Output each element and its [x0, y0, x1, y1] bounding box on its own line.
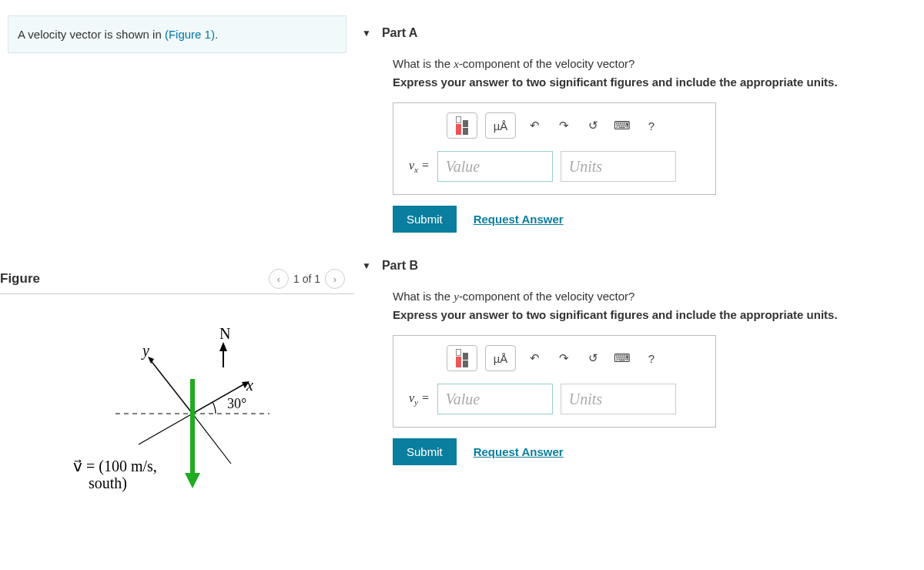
svg-marker-10: [185, 473, 200, 488]
request-answer-link[interactable]: Request Answer: [474, 445, 564, 458]
units-icon[interactable]: µÅ: [485, 345, 516, 371]
problem-text-pre: A velocity vector is shown in: [18, 28, 165, 41]
submit-button[interactable]: Submit: [393, 206, 457, 233]
caret-down-icon: ▼: [362, 260, 371, 271]
units-input[interactable]: Units: [561, 384, 676, 414]
help-icon[interactable]: ?: [641, 112, 662, 139]
template-icon[interactable]: [447, 112, 477, 139]
figure-diagram: N y x 30°: [0, 325, 354, 525]
redo-icon[interactable]: ↷: [553, 112, 574, 139]
part-a: ▼ Part A What is the x-component of the …: [362, 26, 916, 233]
redo-icon[interactable]: ↷: [553, 345, 574, 371]
units-input[interactable]: Units: [561, 151, 676, 182]
label-north: N: [219, 325, 230, 342]
figure-title: Figure: [0, 271, 40, 287]
part-b-answer-box: µÅ ↶ ↷ ↺ ⌨ ? vy = Value Units: [393, 335, 716, 428]
problem-statement: A velocity vector is shown in (Figure 1)…: [8, 15, 346, 53]
label-vector-1: v⃗ = (100 m/s,: [73, 458, 157, 475]
keyboard-icon[interactable]: ⌨: [611, 345, 633, 371]
problem-text-post: .: [215, 28, 218, 41]
part-b-header[interactable]: ▼ Part B: [362, 259, 916, 273]
part-b-question: What is the y-component of the velocity …: [393, 290, 916, 303]
submit-button[interactable]: Submit: [393, 438, 457, 465]
undo-icon[interactable]: ↶: [524, 345, 545, 371]
figure-next-icon[interactable]: ›: [325, 269, 345, 289]
label-angle: 30°: [227, 396, 246, 411]
part-a-instructions: Express your answer to two significant f…: [393, 75, 916, 89]
value-input[interactable]: Value: [437, 384, 553, 414]
figure-link[interactable]: (Figure 1): [165, 28, 215, 41]
undo-icon[interactable]: ↶: [524, 112, 545, 139]
part-a-header[interactable]: ▼ Part A: [362, 26, 916, 40]
svg-line-2: [150, 360, 192, 414]
value-input[interactable]: Value: [437, 151, 553, 182]
part-b-instructions: Express your answer to two significant f…: [393, 308, 916, 321]
part-b: ▼ Part B What is the y-component of the …: [362, 259, 916, 465]
part-a-title: Part A: [382, 26, 418, 40]
caret-down-icon: ▼: [362, 28, 371, 39]
keyboard-icon[interactable]: ⌨: [611, 112, 633, 139]
part-a-lhs: vx =: [409, 159, 430, 174]
template-icon[interactable]: [447, 345, 477, 371]
part-a-question: What is the x-component of the velocity …: [393, 57, 916, 71]
part-a-answer-box: µÅ ↶ ↷ ↺ ⌨ ? vx = Value Units: [393, 102, 716, 195]
reset-icon[interactable]: ↺: [582, 345, 604, 371]
label-vector-2: south): [89, 474, 127, 492]
figure-pager: ‹ 1 of 1 ›: [269, 269, 345, 289]
figure-pager-label: 1 of 1: [293, 273, 320, 285]
units-icon[interactable]: µÅ: [485, 112, 516, 139]
help-icon[interactable]: ?: [641, 345, 662, 371]
part-b-title: Part B: [382, 259, 418, 273]
part-b-lhs: vy =: [409, 391, 430, 407]
svg-line-8: [192, 414, 231, 464]
request-answer-link[interactable]: Request Answer: [474, 213, 564, 226]
svg-line-7: [139, 414, 192, 444]
svg-marker-1: [219, 342, 227, 351]
figure-prev-icon[interactable]: ‹: [269, 269, 289, 289]
reset-icon[interactable]: ↺: [582, 112, 604, 139]
